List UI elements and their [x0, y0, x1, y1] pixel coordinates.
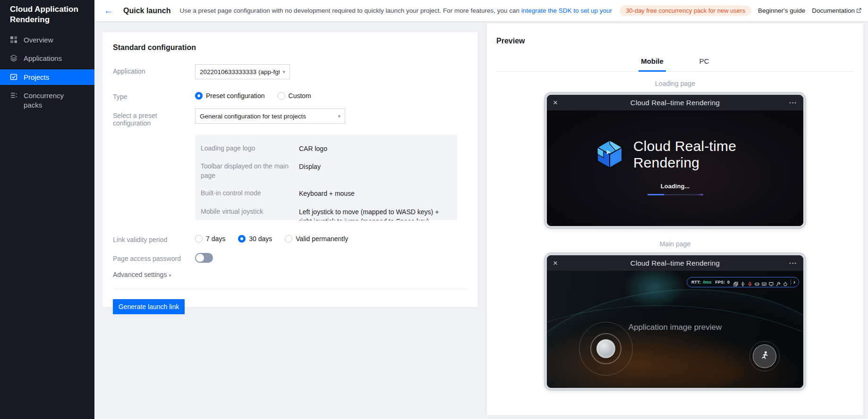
power-icon: [783, 280, 788, 285]
type-option-preset[interactable]: Preset configuration: [195, 92, 265, 100]
car-cube-logo: [595, 138, 624, 172]
generate-launch-link-button[interactable]: Generate launch link: [113, 299, 185, 314]
loading-screen: Cloud Real-time Rendering Loading...: [547, 110, 803, 226]
sidebar-item-overview[interactable]: Overview: [0, 32, 94, 48]
app-root: Cloud Application Rendering Overview App…: [0, 0, 868, 419]
main-content: Standard configuration Application 20220…: [94, 21, 868, 419]
preset-details-box: Loading page logo CAR logo Toolbar displ…: [195, 134, 457, 220]
radio-unselected-icon[interactable]: [285, 235, 292, 243]
product-title: Cloud Application Rendering: [0, 0, 94, 32]
documentation-link[interactable]: Documentation: [812, 7, 861, 15]
main-page-preview: × Cloud Real–time Rendering ··· RTT: 0ms…: [545, 253, 806, 390]
sidebar: Cloud Application Rendering Overview App…: [0, 0, 94, 419]
application-select-value: 2022010633333333 (app-fgtrk1: [200, 68, 280, 75]
main-page-caption: Main page: [496, 240, 854, 248]
jump-person-icon: [753, 344, 776, 368]
tab-mobile[interactable]: Mobile: [638, 57, 666, 71]
sidebar-item-label: Applications: [24, 54, 62, 63]
password-row: Page access password: [113, 251, 457, 263]
radio-selected-icon[interactable]: [238, 235, 246, 243]
joystick-knob: [596, 339, 615, 358]
validity-option-30-days[interactable]: 30 days: [238, 235, 272, 243]
preview-heading: Preview: [496, 37, 854, 45]
preset-details-row: Loading page logo CAR logo Toolbar displ…: [113, 134, 457, 220]
standard-configuration-card: Standard configuration Application 20220…: [102, 32, 478, 307]
password-toggle[interactable]: [195, 253, 213, 263]
preset-row: Select a preset configuration General co…: [113, 109, 457, 127]
promo-badge: 30-day free concurrency pack for new use…: [620, 5, 751, 16]
display-icon: [769, 280, 774, 285]
preview-tabs: Mobile PC: [496, 57, 854, 72]
sidebar-nav: Overview Applications Projects Concurren…: [0, 32, 94, 113]
chevron-down-icon: ▾: [335, 113, 340, 119]
preset-detail-row: Built-in control mode Keyboard + mouse: [201, 189, 451, 198]
fps-label: FPS:: [715, 280, 725, 285]
gamepad-icon: [755, 280, 759, 285]
stats-toolbar: RTT: 0ms FPS: 0 ›: [687, 277, 799, 287]
microphone-icon: [748, 280, 752, 285]
type-option-custom[interactable]: Custom: [278, 92, 311, 100]
more-menu-icon: ···: [777, 99, 797, 107]
arrow-right-icon: [625, 346, 630, 351]
preset-select-value: General configuration for test projects: [200, 113, 306, 120]
arrow-down-icon: [604, 368, 608, 372]
rtt-label: RTT:: [691, 280, 701, 285]
preset-select[interactable]: General configuration for test projects …: [195, 109, 345, 124]
phone-titlebar: × Cloud Real–time Rendering ···: [547, 255, 803, 271]
validity-option-7-days[interactable]: 7 days: [195, 235, 225, 243]
close-icon: ×: [553, 259, 573, 267]
arrow-up-icon: [604, 325, 608, 330]
grid-icon: [10, 36, 17, 43]
application-row: Application 2022010633333333 (app-fgtrk1…: [113, 64, 457, 79]
external-link-icon: [856, 8, 861, 15]
fps-value: 0: [727, 280, 730, 285]
chevron-down-icon: ▾: [169, 273, 171, 278]
virtual-joystick: [579, 322, 633, 376]
page-header: ← Quick launch Use a preset page configu…: [94, 0, 868, 21]
back-arrow-icon[interactable]: ←: [104, 6, 113, 16]
jump-button: [749, 341, 780, 371]
rtt-value: 0ms: [703, 280, 711, 285]
keyboard-icon: [762, 280, 766, 285]
validity-label: Link validity period: [113, 233, 195, 243]
toolbar-divider: [791, 279, 791, 285]
radio-unselected-icon[interactable]: [195, 235, 203, 243]
sidebar-item-label: Projects: [24, 73, 49, 82]
tab-pc[interactable]: PC: [697, 57, 712, 71]
header-right: 30-day free concurrency pack for new use…: [613, 5, 861, 16]
sidebar-item-projects[interactable]: Projects: [0, 69, 94, 85]
advanced-settings-toggle[interactable]: Advanced settings▾: [113, 271, 457, 278]
radio-unselected-icon[interactable]: [278, 92, 285, 100]
description-text: Use a preset page configuration with no …: [179, 7, 521, 14]
sidebar-item-concurrency-packs[interactable]: Concurrency packs: [0, 88, 94, 113]
preset-detail-row: Toolbar displayed on the main page Displ…: [201, 162, 451, 180]
sdk-link[interactable]: integrate the SDK to set up your own cli…: [521, 7, 613, 14]
folder-check-icon: [10, 73, 17, 81]
sidebar-item-label: Overview: [24, 35, 53, 45]
type-row: Type Preset configuration Custom: [113, 90, 457, 101]
sidebar-item-applications[interactable]: Applications: [0, 50, 94, 67]
chevron-right-icon: ›: [793, 279, 795, 285]
chevron-down-icon: ▾: [280, 69, 285, 75]
radio-selected-icon[interactable]: [195, 92, 203, 100]
validity-row: Link validity period 7 days 30 days Vali…: [113, 233, 457, 243]
page-title: Quick launch: [123, 7, 170, 15]
validity-option-permanent[interactable]: Valid permanently: [285, 235, 348, 243]
phone-title: Cloud Real–time Rendering: [573, 259, 777, 267]
loading-progress-bar: [647, 194, 703, 195]
brand-title: Cloud Real-time Rendering: [633, 138, 755, 171]
beginners-guide-link[interactable]: Beginner's guide: [758, 7, 805, 14]
preview-card: Preview Mobile PC Loading page × Cloud R…: [487, 24, 863, 415]
page-description: Use a preset page configuration with no …: [179, 7, 613, 15]
application-select[interactable]: 2022010633333333 (app-fgtrk1 ▾: [195, 64, 290, 79]
fullscreen-icon: [740, 280, 745, 285]
list-icon: [10, 92, 17, 99]
preset-detail-row: Loading page logo CAR logo: [201, 144, 451, 153]
application-scene: RTT: 0ms FPS: 0 ›: [547, 271, 803, 388]
copy-icon: [733, 280, 738, 285]
arrow-left-icon: [582, 346, 587, 351]
phone-title: Cloud Real–time Rendering: [573, 99, 777, 107]
settings-wrench-icon: [776, 280, 781, 285]
layers-icon: [10, 54, 17, 62]
application-label: Application: [113, 64, 195, 75]
